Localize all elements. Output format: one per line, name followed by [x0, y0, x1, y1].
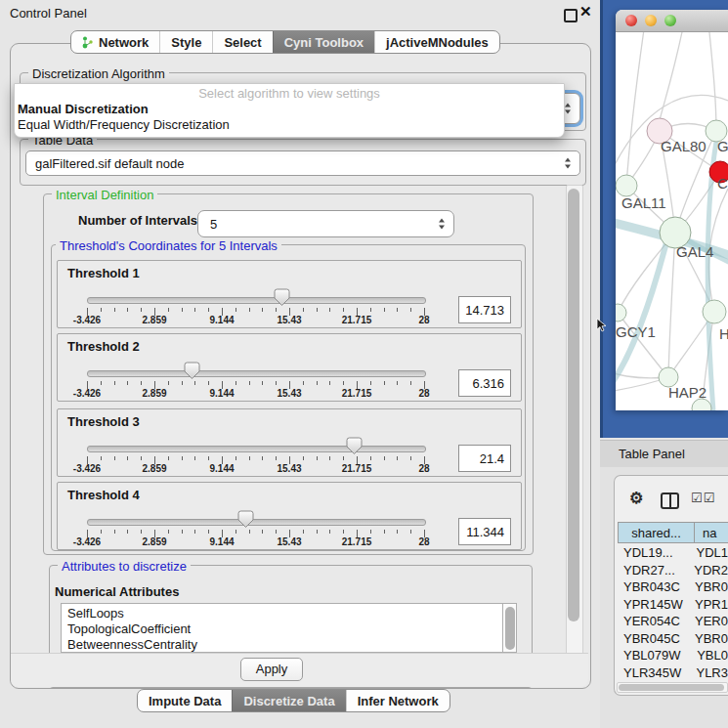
apply-button[interactable]: Apply	[240, 658, 303, 681]
slider-tick	[317, 530, 318, 534]
table-row[interactable]: YBR045CYBR0	[618, 630, 728, 648]
screen: Control Panel ✕ NetworkStyleSelectCyni T…	[0, 0, 728, 728]
slider-tick	[397, 456, 398, 460]
network-window[interactable]: GAL80 G C GAL11 GAL4 GCY1 H HAP2	[616, 10, 728, 410]
tick-label: 15.43	[262, 536, 317, 547]
slider-tick	[303, 530, 304, 534]
slider-tick	[329, 308, 330, 312]
attribute-item[interactable]: SelfLoops	[67, 606, 502, 621]
close-traffic-light-icon[interactable]	[625, 15, 637, 26]
tab-style[interactable]: Style	[159, 31, 212, 53]
slider-tick	[397, 381, 398, 385]
tab-label: Impute Data	[149, 694, 221, 708]
cell-shared-name: YBR043C	[618, 579, 690, 594]
zoom-traffic-light-icon[interactable]	[664, 15, 676, 26]
table-data-combo-value: galFiltered.sif default node	[35, 156, 184, 171]
table-row[interactable]: YLR345WYLR3	[618, 664, 728, 682]
tab-jactivemnodules[interactable]: jActiveMNodules	[374, 31, 499, 53]
slider-tick	[168, 530, 169, 534]
slider-tick	[101, 530, 102, 534]
threshold-slider-track[interactable]	[87, 370, 426, 377]
node-h[interactable]	[703, 300, 726, 323]
tab-cyni-toolbox[interactable]: Cyni Toolbox	[273, 31, 374, 53]
table-row[interactable]: YDL19...YDL1	[618, 544, 728, 562]
tick-label: 2.859	[127, 463, 182, 474]
column-layout-icon[interactable]	[661, 492, 679, 509]
slider-tick	[249, 381, 250, 385]
node-label-gal80: GAL80	[661, 138, 707, 154]
tick-label: 9.144	[194, 463, 249, 474]
slider-handle[interactable]	[184, 362, 200, 380]
threshold-label: Threshold 3	[67, 414, 140, 429]
number-of-intervals-combo[interactable]: 5	[197, 210, 454, 237]
table-row[interactable]: YBR043CYBR0	[618, 578, 728, 596]
tab-select[interactable]: Select	[212, 31, 272, 53]
gear-icon[interactable]: ⚙	[629, 489, 643, 507]
tab-label: jActiveMNodules	[386, 35, 489, 50]
tab-impute-data[interactable]: Impute Data	[138, 690, 232, 711]
slider-handle[interactable]	[237, 510, 254, 529]
table-row[interactable]: YDR27...YDR2	[618, 562, 728, 579]
slider-tick	[194, 456, 195, 460]
table-row[interactable]: YER054CYER0	[618, 613, 728, 630]
popup-option-manual-discretization[interactable]: Manual Discretization	[18, 102, 149, 116]
slider-tick	[410, 456, 411, 460]
tab-network[interactable]: Network	[71, 31, 159, 53]
attributes-scrollbar-thumb[interactable]	[505, 607, 515, 650]
number-of-intervals-value: 5	[210, 217, 217, 232]
threshold-value-field[interactable]: 14.713	[458, 296, 511, 323]
network-canvas[interactable]: GAL80 G C GAL11 GAL4 GCY1 H HAP2	[616, 32, 728, 410]
node-label-gal11: GAL11	[621, 194, 666, 211]
table-row[interactable]: YBL079WYBL0	[618, 647, 728, 664]
table-horizontal-scrollbar-thumb[interactable]	[619, 684, 724, 691]
popup-option-equal-width-frequency[interactable]: Equal Width/Frequency Discretization	[18, 117, 230, 132]
checkboxes-icon[interactable]: ☑☑	[691, 491, 715, 505]
slider-tick	[249, 456, 250, 460]
panel-scrollbar-thumb[interactable]	[568, 189, 579, 621]
column-header-shared[interactable]: shared...	[618, 522, 695, 543]
tab-discretize-data[interactable]: Discretize Data	[232, 690, 345, 711]
slider-tick	[114, 308, 115, 312]
slider-tick	[276, 308, 277, 312]
close-icon[interactable]: ✕	[579, 3, 592, 21]
threshold-value-field[interactable]: 11.344	[458, 518, 511, 545]
attribute-item[interactable]: BetweennessCentrality	[67, 637, 502, 653]
slider-tick	[208, 381, 209, 385]
slider-handle[interactable]	[346, 437, 363, 455]
slider-tick	[397, 530, 398, 534]
threshold-slider-track[interactable]	[87, 519, 426, 526]
node-label-gal4: GAL4	[676, 243, 713, 260]
slider-tick	[370, 456, 371, 460]
minimize-traffic-light-icon[interactable]	[645, 15, 657, 26]
tick-label: -3.426	[60, 315, 114, 325]
panel-title: Control Panel	[10, 6, 87, 21]
tick-label: 15.43	[262, 463, 317, 474]
threshold-1-panel: Threshold 1 -3.4262.8599.14415.4321.7152…	[57, 260, 522, 328]
top-tab-bar: NetworkStyleSelectCyni ToolboxjActiveMNo…	[70, 30, 500, 54]
network-window-titlebar[interactable]	[616, 10, 728, 32]
tick-label: 15.43	[262, 315, 317, 325]
cell-name: YER0	[690, 614, 728, 628]
threshold-value-field[interactable]: 21.4	[458, 445, 511, 472]
attribute-item[interactable]: TopologicalCoefficient	[67, 621, 502, 637]
slider-tick	[276, 456, 277, 460]
tick-label: 28	[397, 315, 451, 325]
column-header-name[interactable]: na	[694, 522, 728, 543]
table-row[interactable]: YPR145WYPR1	[618, 596, 728, 614]
slider-tick	[236, 381, 236, 385]
threshold-slider-track[interactable]	[87, 446, 426, 452]
float-window-icon[interactable]	[564, 9, 578, 22]
tab-infer-network[interactable]: Infer Network	[346, 690, 450, 711]
cell-name: YLR3	[691, 665, 728, 680]
slider-handle[interactable]	[274, 288, 290, 307]
node-gal11[interactable]	[616, 175, 637, 196]
threshold-slider-track[interactable]	[87, 297, 426, 304]
tab-label: Infer Network	[358, 694, 439, 708]
cell-shared-name: YDR27...	[618, 563, 689, 578]
numerical-attributes-list[interactable]: SelfLoopsTopologicalCoefficientBetweenne…	[61, 603, 503, 653]
threshold-value-field[interactable]: 6.316	[458, 369, 511, 397]
slider-tick	[329, 381, 330, 385]
node-gcy1[interactable]	[616, 304, 626, 321]
cell-name: YDR2	[689, 563, 728, 578]
table-data-combo[interactable]: galFiltered.sif default node	[25, 150, 580, 176]
